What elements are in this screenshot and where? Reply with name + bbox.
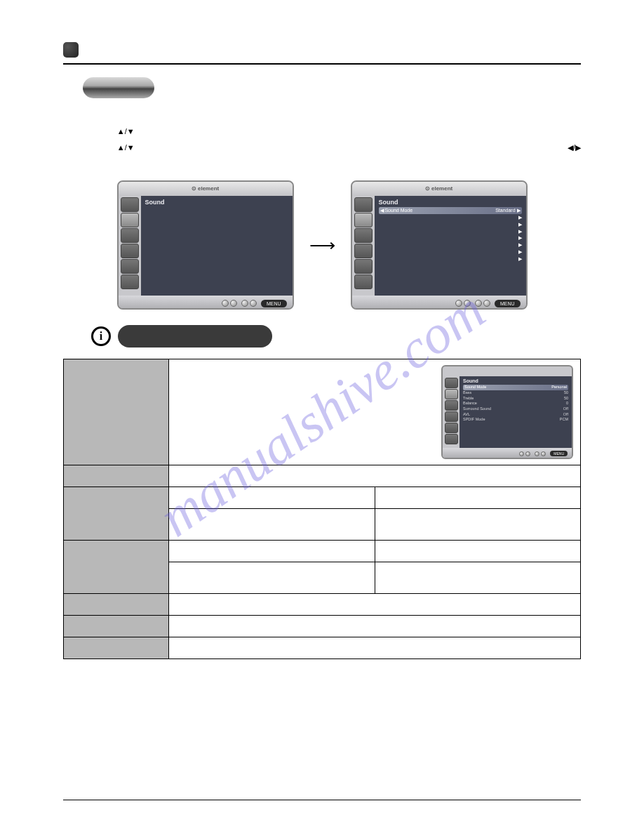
info-icon: i [91,326,111,346]
screenshot-row: ⊙ element Sound MENU ⟶ [63,180,581,310]
sidebar-icon-channel [354,274,373,289]
tv-right-footer: MENU [352,296,526,310]
tv-right-brand: ⊙ element [352,182,526,196]
menu-row: Audio LanguageEnglish ▶ [379,256,522,263]
sidebar-icon-channel [121,274,139,289]
table-row-avl-off: AVL (Auto Volume Level) Off Off auto vol… [64,487,581,509]
nav-circle-icon [464,300,471,307]
sidebar-icon-time [121,228,139,243]
sidebar-icon-sound [121,213,139,227]
sidebar-icon-time [354,228,373,243]
nav-circle-icon [483,300,490,307]
sidebar-icon-sound [354,213,373,227]
table-row-balance: Balance To adjust the balance value. [64,637,581,659]
nav-circle-icon [250,300,257,307]
menu-row: Treble50 ▶ [379,221,522,228]
header-title: OSD Menu [87,43,151,58]
instr-line-4: them, press MENU to save and return back… [91,156,581,171]
menu-button-graphic: MENU [261,300,287,307]
page-header: OSD Menu [63,42,581,65]
menu-row: Balance0 ▶ [379,228,522,235]
sidebar-icon-lock [354,259,373,274]
instructions-block: Press MENU to display the main menu. Pre… [91,108,581,171]
info-heading: i Description of Each Option [91,325,581,348]
footer-divider [63,800,581,800]
instr-line-3: Press to select the option that you want… [91,140,581,155]
menu-row: SPDIF ModePCM ▶ [379,249,522,256]
sidebar-icon-option [121,244,139,258]
tv-screenshot-inline: ⊙ element Sound Sound ModePerson [441,365,573,459]
sidebar-icon-option [354,244,373,258]
tv-screenshot-right: ⊙ element Sound ◀ Sound ModeStandard ▶ B… [351,180,528,310]
table-row-sound-mode: Sound Mode ⊙ element [64,359,581,465]
settings-table: Sound Mode ⊙ element [63,359,581,659]
instr-line-2: Press to select Sound menu, then press O… [91,124,581,139]
menu-button-graphic: MENU [495,300,521,307]
sidebar-icon-picture [354,197,373,212]
table-row-surround: Surround Sound Switch surround sound on … [64,465,581,487]
manual-page: manualshive.com OSD Menu Sound Press MEN… [0,0,644,834]
table-row-bass: Bass To adjust the bass value. [64,594,581,616]
page-number: 18 [63,805,72,814]
nav-circle-icon [222,300,229,307]
tv-right-content: Sound ◀ Sound ModeStandard ▶ Bass50 ▶ Tr… [375,196,526,296]
up-down-arrows-icon [117,126,135,136]
tv-left-content: Sound [141,196,293,296]
section-pill-sound: Sound [83,77,154,98]
nav-circle-icon [241,300,248,307]
sidebar-icon-lock [121,259,139,274]
tv-left-sidebar [119,196,141,296]
left-right-arrows-icon [568,140,581,155]
menu-row: Surround SoundOff ▶ [379,234,522,241]
nav-circle-icon [455,300,462,307]
instr-line-1: Press MENU to display the main menu. [91,108,581,123]
info-pill-label: Description of Each Option [118,325,272,348]
tv-screenshot-left: ⊙ element Sound MENU [117,180,294,310]
menu-row-sound-mode: ◀ Sound ModeStandard ▶ [379,207,522,214]
tv-left-brand: ⊙ element [119,182,293,196]
nav-circle-icon [475,300,482,307]
sidebar-icon-picture [121,197,139,212]
header-bullet-icon [63,42,79,58]
up-down-arrows-icon-2 [117,142,135,152]
nav-circle-icon [230,300,237,307]
transition-arrow-icon: ⟶ [309,236,335,254]
tv-right-sidebar [352,196,375,296]
tv-left-footer: MENU [119,296,293,310]
table-row-spdif-pcm: SPDIF Mode PCM Output digital audio with… [64,541,581,562]
table-row-treble: Treble To adjust the treble value. [64,616,581,637]
menu-row: AVLOff ▶ [379,241,522,249]
menu-row: Bass50 ▶ [379,214,522,221]
